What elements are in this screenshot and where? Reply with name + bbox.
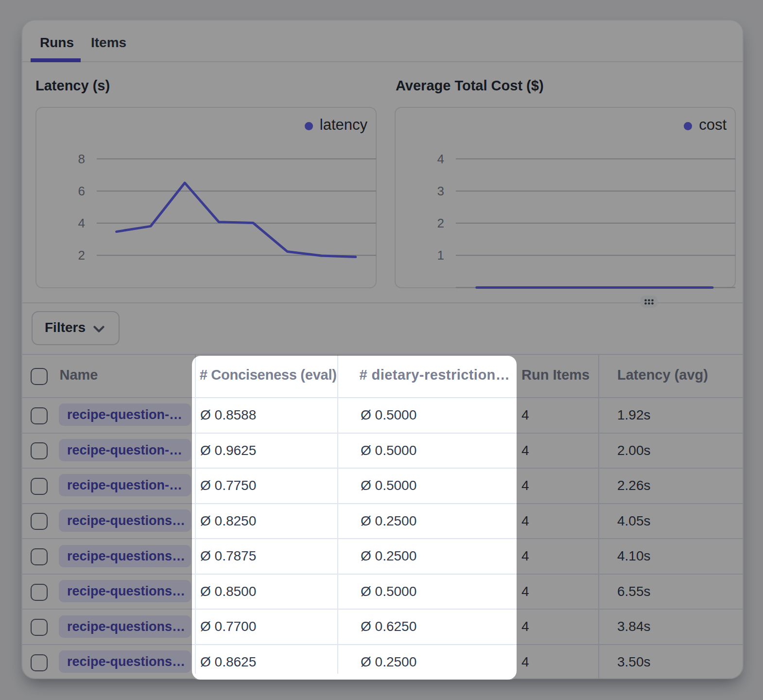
svg-text:4: 4 xyxy=(78,216,85,230)
svg-text:2: 2 xyxy=(437,216,444,230)
svg-text:3: 3 xyxy=(437,184,444,198)
svg-text:6: 6 xyxy=(78,184,85,198)
svg-text:4: 4 xyxy=(437,152,444,166)
svg-text:1: 1 xyxy=(437,248,444,262)
svg-text:2: 2 xyxy=(78,248,85,262)
svg-text:8: 8 xyxy=(78,152,85,166)
